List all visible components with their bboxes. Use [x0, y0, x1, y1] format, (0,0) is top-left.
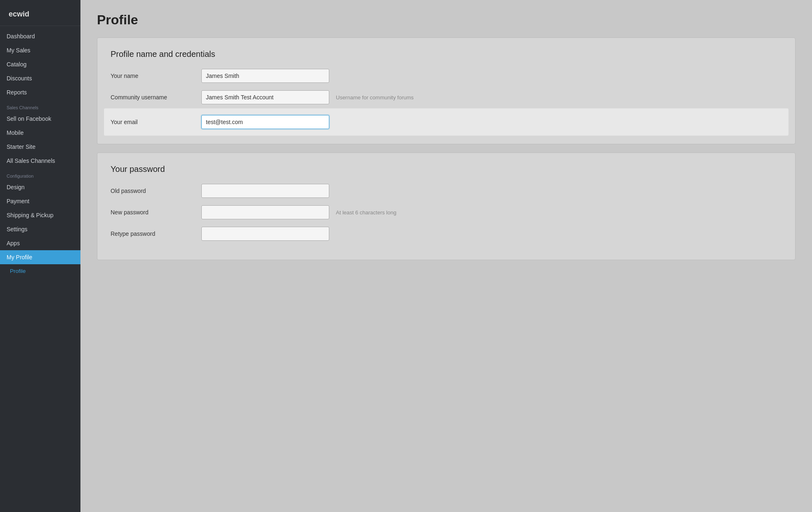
sidebar-item-profile-sub[interactable]: Profile [0, 264, 80, 278]
your-email-row: Your email [104, 108, 788, 136]
page-title: Profile [97, 12, 795, 28]
sidebar-item-payment[interactable]: Payment [0, 194, 80, 208]
sidebar-item-mobile[interactable]: Mobile [0, 126, 80, 140]
svg-text:ecwid: ecwid [9, 10, 29, 18]
sidebar-item-my-profile[interactable]: My Profile [0, 250, 80, 264]
community-username-input[interactable] [201, 90, 329, 104]
your-email-input[interactable] [201, 115, 329, 129]
sidebar-item-all-sales-channels[interactable]: All Sales Channels [0, 154, 80, 168]
configuration-label: Configuration [0, 168, 80, 180]
password-card: Your password Old password New password … [97, 153, 795, 260]
sidebar-item-catalog[interactable]: Catalog [0, 57, 80, 71]
new-password-row: New password At least 6 characters long [111, 205, 782, 219]
new-password-label: New password [111, 209, 201, 216]
sidebar-logo: ecwid [0, 0, 80, 26]
retype-password-row: Retype password [111, 227, 782, 241]
community-username-hint: Username for community forums [336, 94, 414, 101]
new-password-input[interactable] [201, 205, 329, 219]
password-card-title: Your password [111, 164, 782, 174]
sidebar-item-settings[interactable]: Settings [0, 222, 80, 236]
sales-channels-label: Sales Channels [0, 99, 80, 112]
sidebar-navigation: Dashboard My Sales Catalog Discounts Rep… [0, 26, 80, 512]
sidebar-item-discounts[interactable]: Discounts [0, 71, 80, 85]
sidebar-item-apps[interactable]: Apps [0, 236, 80, 250]
credentials-card-title: Profile name and credentials [111, 49, 782, 59]
your-name-input[interactable] [201, 69, 329, 83]
sidebar-item-shipping-pickup[interactable]: Shipping & Pickup [0, 208, 80, 222]
new-password-hint: At least 6 characters long [336, 209, 397, 216]
your-email-label: Your email [111, 119, 201, 125]
old-password-input[interactable] [201, 184, 329, 198]
sidebar-item-starter-site[interactable]: Starter Site [0, 140, 80, 154]
sidebar-item-sell-on-facebook[interactable]: Sell on Facebook [0, 112, 80, 126]
sidebar-item-design[interactable]: Design [0, 180, 80, 194]
community-username-label: Community username [111, 94, 201, 101]
your-name-label: Your name [111, 73, 201, 79]
retype-password-label: Retype password [111, 230, 201, 237]
retype-password-input[interactable] [201, 227, 329, 241]
sidebar-item-my-sales[interactable]: My Sales [0, 43, 80, 57]
community-username-row: Community username Username for communit… [111, 90, 782, 104]
your-name-row: Your name [111, 69, 782, 83]
main-content: Profile Profile name and credentials You… [80, 0, 812, 512]
sidebar-item-dashboard[interactable]: Dashboard [0, 29, 80, 43]
sidebar-item-reports[interactable]: Reports [0, 85, 80, 99]
sidebar: ecwid Dashboard My Sales Catalog Discoun… [0, 0, 80, 512]
old-password-label: Old password [111, 188, 201, 194]
old-password-row: Old password [111, 184, 782, 198]
credentials-card: Profile name and credentials Your name C… [97, 38, 795, 144]
